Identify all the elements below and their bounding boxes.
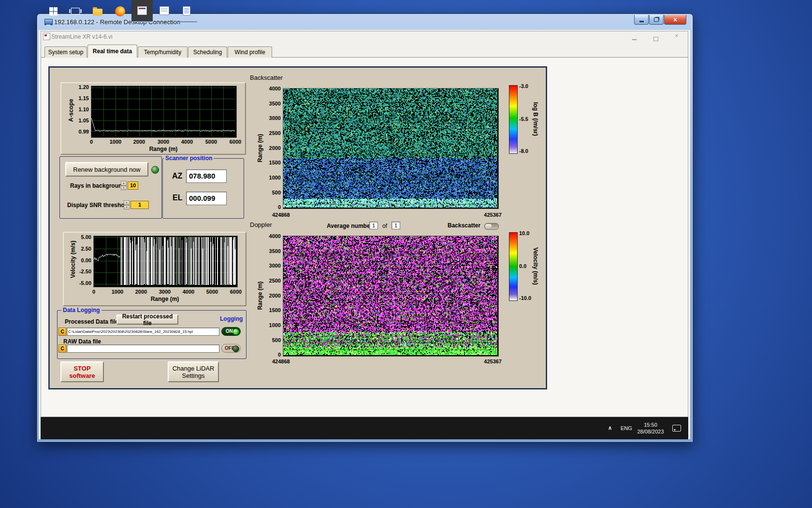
snr-threshold-label: Display SNR threshold [67,202,130,209]
streamline-app-button[interactable] [131,0,153,22]
processed-path-field[interactable]: C:\Lidar\Data\Proc\2023\202308\20230828\… [67,328,219,336]
app-icon [43,33,50,40]
velocity-ytick: 2.50 [75,246,91,252]
task-view-button[interactable] [65,0,86,22]
velocity-ytick: -5.00 [75,280,91,286]
tray-chevron-icon[interactable]: ∧ [608,425,612,431]
ascope-xtick: 1000 [106,139,125,145]
backscatter-ytick: 0 [264,204,281,210]
velocity-xtick: 2000 [131,289,151,295]
ascope-xtick: 2000 [130,139,149,145]
tab-real-time-data[interactable]: Real time data [87,45,137,58]
stop-software-button[interactable]: STOP software [60,361,104,382]
doppler-ytick: 500 [264,337,281,343]
spin-up-icon[interactable]: ▲ [124,200,130,205]
rays-spinner[interactable]: ▲▼ [121,181,127,190]
raw-path-drive-icon[interactable]: C [58,344,66,353]
app-close-button[interactable]: × [675,32,679,39]
restart-processed-file-button[interactable]: Restart processed file [116,314,178,325]
change-line2: Settings [182,372,205,379]
renew-background-led [151,166,159,174]
taskbar [41,417,688,439]
ascope-ytick: 1.20 [72,84,89,90]
rdp-minimize-button[interactable] [634,15,649,25]
tab-label: Scheduling [193,49,222,56]
processed-logging-toggle-on[interactable]: ON [221,327,241,336]
doppler-title: Doppler [250,221,272,228]
language-indicator[interactable]: ENG [621,425,632,431]
doppler-ytick: 4000 [264,233,281,239]
document-app-icon [183,6,190,15]
change-lidar-settings-button[interactable]: Change LiDAR Settings [168,361,219,382]
toggle-led-icon [232,345,239,352]
rays-value-field[interactable]: 10 [128,181,138,190]
snr-spinner[interactable]: ▲▼ [124,200,130,209]
windows-start-icon [49,7,58,15]
backscatter-cbar-tick: -8.0 [519,148,528,154]
ascope-ytick: 1.10 [72,106,89,112]
backscatter-ytick: 4000 [264,86,281,91]
scanner-position-box [162,158,244,219]
raw-data-file-label: RAW Data file [63,338,101,345]
backscatter-colorbar [509,85,518,154]
ascope-ytick: 1.15 [72,95,89,101]
velocity-xtick: 5000 [203,289,222,295]
of-label: of [382,223,387,229]
tab-label: System setup [48,49,84,56]
tab-label: Real time data [93,48,132,55]
backscatter-doppler-toggle[interactable] [484,223,499,230]
backscatter-cbar-tick: -5.5 [519,116,528,122]
raw-logging-toggle-off[interactable]: OFF [221,344,241,353]
data-logging-title: Data Logging [61,307,102,314]
scan-scheduler-icon [160,6,169,15]
action-center-button[interactable] [667,417,686,439]
backscatter-ytick: 3000 [264,115,281,121]
rays-in-background-label: Rays in background [70,182,126,189]
el-value-field: 000.099 [186,192,227,205]
renew-background-label: Renew background now [73,166,140,173]
spin-down-icon[interactable]: ▼ [124,205,130,210]
app-minimize-button[interactable] [632,33,637,42]
firefox-button[interactable] [109,0,130,22]
raw-path-field[interactable] [67,344,219,353]
tab-scheduling[interactable]: Scheduling [188,46,227,58]
scan-scheduler-button[interactable] [154,0,175,22]
tab-label: Wind profile [234,49,265,56]
ascope-xtick: 4000 [177,139,197,145]
tab-system-setup[interactable]: System setup [44,46,87,58]
app-restore-button[interactable] [653,34,658,43]
tab-temp-humidity[interactable]: Temp/humidity [138,46,188,58]
rdp-close-button[interactable]: × [664,15,686,25]
tab-wind-profile[interactable]: Wind profile [228,46,272,58]
spin-down-icon[interactable]: ▼ [121,186,127,191]
ascope-plot [91,86,237,138]
backscatter-cbar-label: log B (/m/sr) [532,92,539,146]
backscatter-ytick: 2500 [264,130,281,136]
average-count-field[interactable]: 1 [392,222,400,229]
velocity-ytick: -2.50 [75,269,91,274]
tab-label: Temp/humidity [144,49,181,56]
minimize-icon [639,21,644,22]
clock[interactable]: 15:50 28/08/2023 [636,421,665,435]
snr-value-field[interactable]: 1 [130,201,149,209]
el-label: EL [173,194,182,202]
backscatter-title: Backscatter [250,74,283,81]
file-explorer-button[interactable] [87,0,108,22]
doppler-y-axis-label: Range (m) [257,276,263,315]
document-app-button[interactable] [176,0,197,22]
processed-path-drive-icon[interactable]: C [58,328,66,336]
spin-up-icon[interactable]: ▲ [121,181,127,186]
firefox-icon [115,6,125,16]
close-icon: × [673,16,677,24]
ascope-xtick: 3000 [154,139,173,145]
velocity-plot [93,236,238,287]
ascope-x-axis-label: Range (m) [139,146,188,152]
rdp-restore-button[interactable] [649,15,664,25]
renew-background-button[interactable]: Renew background now [65,162,148,177]
doppler-cbar-tick: -10.0 [519,295,531,301]
on-label: ON [226,329,233,334]
start-button[interactable] [43,0,64,22]
folder-icon [93,9,102,15]
restart-button-label: Restart processed file [117,313,177,327]
average-number-field[interactable]: 1 [369,222,378,229]
